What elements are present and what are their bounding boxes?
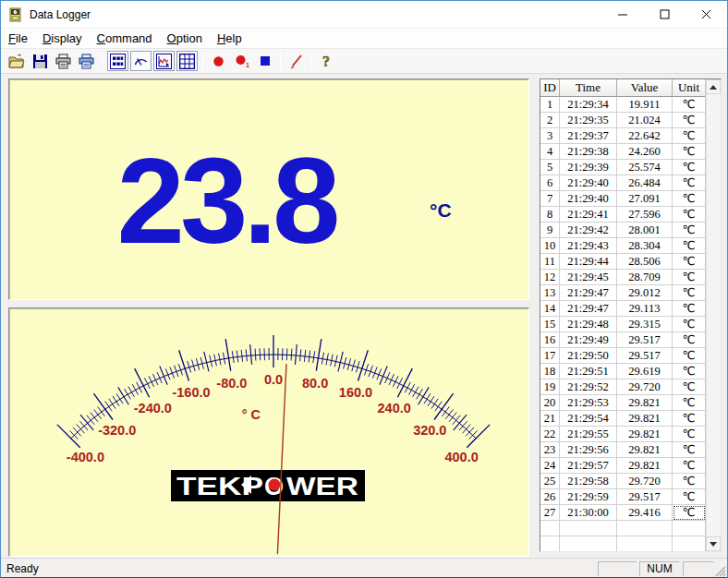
table-cell-time[interactable]: 21:29:35: [560, 113, 617, 128]
empty-cell[interactable]: [617, 536, 673, 551]
empty-cell[interactable]: [540, 536, 560, 551]
record-one-button[interactable]: 1: [231, 51, 252, 71]
table-cell-id[interactable]: 8: [540, 207, 560, 223]
menu-item-option[interactable]: Option: [160, 30, 210, 47]
menu-item-file[interactable]: File: [1, 30, 35, 47]
table-cell-time[interactable]: 21:29:47: [560, 285, 617, 301]
table-cell-unit[interactable]: ℃: [673, 364, 705, 379]
table-cell-id[interactable]: 15: [540, 317, 560, 332]
table-cell-id[interactable]: 19: [540, 379, 560, 395]
table-cell-id[interactable]: 24: [540, 458, 560, 474]
table-cell-time[interactable]: 21:29:56: [560, 442, 617, 458]
open-button[interactable]: [6, 51, 28, 71]
table-cell-value[interactable]: 24.260: [617, 144, 673, 160]
table-cell-id[interactable]: 13: [540, 285, 560, 301]
table-cell-time[interactable]: 21:29:54: [560, 411, 617, 427]
table-cell-unit[interactable]: ℃: [673, 191, 705, 207]
table-cell-id[interactable]: 25: [540, 474, 560, 489]
menu-item-display[interactable]: Display: [35, 30, 90, 47]
table-cell-value[interactable]: 29.012: [617, 285, 673, 301]
table-cell-value[interactable]: 27.596: [617, 207, 673, 223]
table-cell-unit[interactable]: ℃: [673, 207, 705, 223]
table-cell-time[interactable]: 21:29:55: [560, 427, 617, 442]
table-cell-id[interactable]: 16: [540, 332, 560, 348]
table-cell-time[interactable]: 21:29:58: [560, 474, 617, 489]
table-cell-time[interactable]: 21:29:47: [560, 301, 617, 317]
table-cell-unit[interactable]: ℃: [673, 160, 705, 175]
table-cell-id[interactable]: 20: [540, 395, 560, 411]
table-cell-id[interactable]: 10: [540, 238, 560, 254]
table-cell-time[interactable]: 21:29:45: [560, 270, 617, 285]
table-cell-time[interactable]: 21:29:41: [560, 207, 617, 223]
scroll-down-button[interactable]: [706, 536, 721, 551]
table-cell-time[interactable]: 21:29:38: [560, 144, 617, 160]
table-scrollbar[interactable]: [705, 79, 721, 551]
table-cell-time[interactable]: 21:29:40: [560, 175, 617, 191]
table-cell-value[interactable]: 29.113: [617, 301, 673, 317]
minimize-button[interactable]: [602, 1, 644, 28]
table-cell-value[interactable]: 29.720: [617, 474, 673, 489]
table-cell-id[interactable]: 22: [540, 427, 560, 442]
table-cell-unit[interactable]: ℃: [673, 175, 705, 191]
graph-button[interactable]: [153, 51, 175, 71]
print-preview-button[interactable]: [76, 51, 97, 71]
table-cell-value[interactable]: 29.821: [617, 395, 673, 411]
table-cell-id[interactable]: 11: [540, 254, 560, 270]
pen-button[interactable]: [285, 51, 307, 71]
table-cell-unit[interactable]: ℃: [673, 301, 705, 317]
table-cell-time[interactable]: 21:29:53: [560, 395, 617, 411]
table-cell-time[interactable]: 21:29:44: [560, 254, 617, 270]
table-cell-unit[interactable]: ℃: [673, 113, 705, 128]
table-cell-id[interactable]: 23: [540, 442, 560, 458]
table-cell-id[interactable]: 14: [540, 301, 560, 317]
table-cell-time[interactable]: 21:29:34: [560, 97, 617, 113]
table-cell-value[interactable]: 27.091: [617, 191, 673, 207]
empty-cell[interactable]: [560, 521, 617, 536]
table-cell-time[interactable]: 21:29:39: [560, 160, 617, 175]
table-cell-value[interactable]: 29.517: [617, 489, 673, 505]
column-header-unit[interactable]: Unit: [673, 79, 705, 97]
table-cell-time[interactable]: 21:29:57: [560, 458, 617, 474]
table-cell-time[interactable]: 21:29:52: [560, 379, 617, 395]
menu-item-help[interactable]: Help: [210, 30, 249, 47]
table-cell-unit[interactable]: ℃: [673, 285, 705, 301]
table-cell-unit[interactable]: ℃: [673, 254, 705, 270]
table-cell-value[interactable]: 19.911: [617, 97, 673, 113]
empty-cell[interactable]: [540, 521, 560, 536]
table-cell-unit[interactable]: ℃: [673, 505, 705, 521]
scroll-up-button[interactable]: [706, 79, 721, 94]
close-button[interactable]: [686, 1, 727, 28]
table-cell-unit[interactable]: ℃: [673, 270, 705, 285]
empty-cell[interactable]: [617, 521, 673, 536]
table-cell-id[interactable]: 5: [540, 160, 560, 175]
table-cell-value[interactable]: 21.024: [617, 113, 673, 128]
table-cell-value[interactable]: 29.821: [617, 411, 673, 427]
maximize-button[interactable]: [644, 1, 686, 28]
column-header-value[interactable]: Value: [617, 79, 673, 97]
table-cell-value[interactable]: 26.484: [617, 175, 673, 191]
table-cell-value[interactable]: 29.821: [617, 458, 673, 474]
table-cell-unit[interactable]: ℃: [673, 458, 705, 474]
table-cell-id[interactable]: 6: [540, 175, 560, 191]
menu-item-command[interactable]: Command: [90, 30, 160, 47]
help-button[interactable]: ?: [317, 51, 338, 71]
table-cell-id[interactable]: 12: [540, 270, 560, 285]
table-cell-time[interactable]: 21:30:00: [560, 505, 617, 521]
table-cell-value[interactable]: 29.416: [617, 505, 673, 521]
table-cell-value[interactable]: 29.315: [617, 317, 673, 332]
table-cell-time[interactable]: 21:29:43: [560, 238, 617, 254]
table-cell-value[interactable]: 29.720: [617, 379, 673, 395]
table-cell-value[interactable]: 29.619: [617, 364, 673, 379]
table-cell-value[interactable]: 29.517: [617, 348, 673, 364]
table-cell-value[interactable]: 28.304: [617, 238, 673, 254]
table-cell-unit[interactable]: ℃: [673, 442, 705, 458]
record-button[interactable]: [208, 51, 229, 71]
table-cell-id[interactable]: 17: [540, 348, 560, 364]
table-cell-time[interactable]: 21:29:42: [560, 223, 617, 238]
table-cell-unit[interactable]: ℃: [673, 379, 705, 395]
column-header-time[interactable]: Time: [560, 79, 617, 97]
table-cell-value[interactable]: 28.709: [617, 270, 673, 285]
table-cell-unit[interactable]: ℃: [673, 489, 705, 505]
stop-button[interactable]: [254, 51, 275, 71]
table-cell-id[interactable]: 3: [540, 128, 560, 144]
